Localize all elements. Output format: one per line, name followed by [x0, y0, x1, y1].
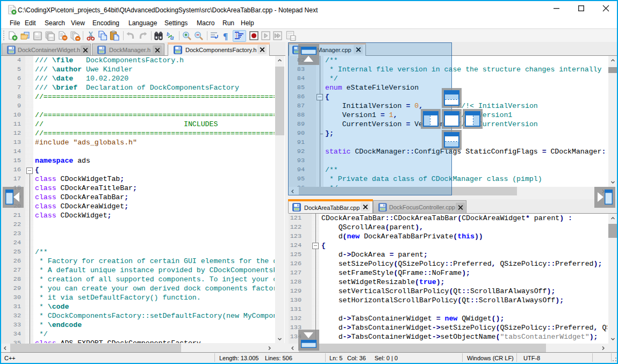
svg-text:b: b — [167, 31, 170, 37]
svg-text:¶: ¶ — [223, 31, 228, 41]
svg-text:a: a — [170, 33, 174, 41]
